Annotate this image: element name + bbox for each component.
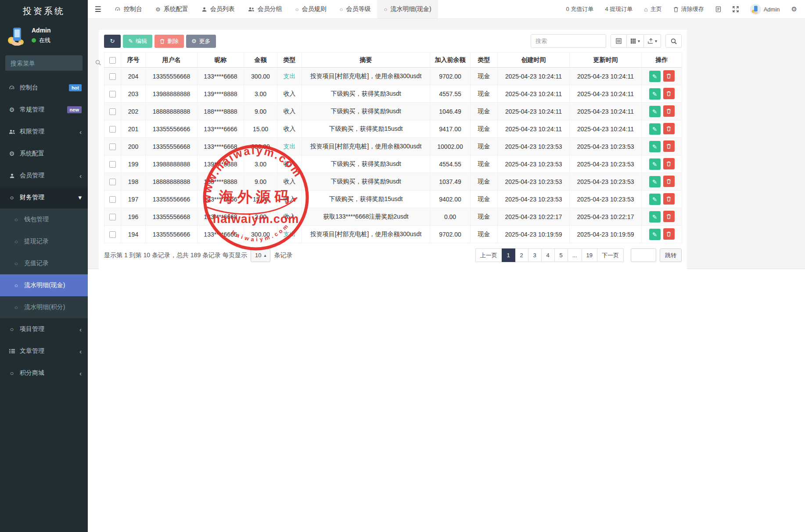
sidebar-item-钱包管理[interactable]: ○钱包管理 <box>0 208 88 230</box>
page-button[interactable]: 2 <box>515 248 528 262</box>
sidebar-item-label: 提现记录 <box>24 237 49 245</box>
row-delete-button[interactable] <box>663 176 675 187</box>
column-header: 序号 <box>121 53 146 68</box>
menu-toggle-icon[interactable]: ☰ <box>88 0 108 18</box>
row-checkbox[interactable] <box>109 196 116 203</box>
page-button[interactable]: 5 <box>554 248 568 262</box>
sidebar-item-积分商城[interactable]: ○积分商城‹ <box>0 362 88 384</box>
row-checkbox[interactable] <box>109 231 116 238</box>
row-edit-button[interactable]: ✎ <box>649 88 661 100</box>
fullscreen-icon[interactable] <box>733 6 739 12</box>
page-next-button[interactable]: 下一页 <box>597 248 624 262</box>
sidebar-item-label: 常规管理 <box>20 106 44 114</box>
table-search-input[interactable] <box>531 34 606 48</box>
sidebar-item-系统配置[interactable]: ⚙系统配置 <box>0 143 88 165</box>
row-delete-button[interactable] <box>663 211 675 222</box>
row-delete-button[interactable] <box>663 70 675 82</box>
log-icon[interactable] <box>715 6 721 12</box>
tab-控制台[interactable]: 控制台 <box>108 0 149 18</box>
search-icon[interactable] <box>95 59 101 67</box>
row-edit-button[interactable]: ✎ <box>649 106 661 117</box>
delete-button[interactable]: 删除 <box>155 35 184 48</box>
row-edit-button[interactable]: ✎ <box>649 158 661 170</box>
row-checkbox[interactable] <box>109 179 116 185</box>
row-checkbox[interactable] <box>109 126 116 133</box>
cell-created: 2025-04-23 10:23:53 <box>498 138 570 155</box>
sidebar-item-财务管理[interactable]: ○财务管理▾ <box>0 187 88 208</box>
refresh-button[interactable]: ↻ <box>104 35 121 48</box>
row-edit-button[interactable]: ✎ <box>649 229 661 240</box>
row-edit-button[interactable]: ✎ <box>649 123 661 135</box>
tab-label: 会员列表 <box>210 5 235 13</box>
row-checkbox[interactable] <box>109 161 116 168</box>
tab-会员规则[interactable]: ○会员规则 <box>289 0 333 18</box>
row-edit-button[interactable]: ✎ <box>649 71 661 82</box>
row-delete-button[interactable] <box>663 88 675 99</box>
sidebar-item-流水明细(积分)[interactable]: ○流水明细(积分) <box>0 296 88 318</box>
sidebar-item-控制台[interactable]: 控制台hot <box>0 77 88 99</box>
page-button[interactable]: 4 <box>541 248 555 262</box>
sidebar-item-常规管理[interactable]: ⚙常规管理new <box>0 99 88 121</box>
row-delete-button[interactable] <box>663 158 675 169</box>
sidebar-item-权限管理[interactable]: 权限管理‹ <box>0 121 88 143</box>
sidebar-item-label: 权限管理 <box>20 128 44 136</box>
circle-icon: ○ <box>11 304 21 311</box>
sidebar-item-文章管理[interactable]: 文章管理‹ <box>0 340 88 362</box>
admin-profile[interactable]: Admin <box>750 4 780 15</box>
toolbar-right: ▾ ▾ <box>531 34 682 48</box>
page-button[interactable]: 19 <box>582 248 597 262</box>
export-button[interactable]: ▾ <box>644 34 661 48</box>
detail-view-button[interactable] <box>611 34 627 48</box>
cell-nickname: 133****6666 <box>198 120 244 138</box>
sidebar-item-会员管理[interactable]: 会员管理‹ <box>0 165 88 187</box>
pagination: 上一页12345...19下一页 <box>476 248 624 262</box>
page-button[interactable]: 3 <box>528 248 542 262</box>
row-delete-button[interactable] <box>663 193 675 205</box>
row-checkbox[interactable] <box>109 214 116 220</box>
withdraw-orders-link[interactable]: 4 提现订单 <box>605 5 632 13</box>
row-checkbox[interactable] <box>109 108 116 115</box>
clear-cache-link[interactable]: 清除缓存 <box>673 5 704 13</box>
row-edit-button[interactable]: ✎ <box>649 194 661 205</box>
edit-button[interactable]: ✎ 编辑 <box>123 35 152 48</box>
advanced-search-button[interactable] <box>665 34 682 48</box>
row-checkbox[interactable] <box>109 144 116 150</box>
recharge-orders-link[interactable]: 0 充值订单 <box>566 5 594 13</box>
table-header-row: 序号用户名昵称金额类型摘要加入前余额类型创建时间更新时间操作 <box>104 53 682 68</box>
online-status-dot <box>32 38 36 43</box>
columns-button[interactable]: ▾ <box>627 34 644 48</box>
row-edit-button[interactable]: ✎ <box>649 211 661 223</box>
row-edit-button[interactable]: ✎ <box>649 141 661 152</box>
row-edit-button[interactable]: ✎ <box>649 176 661 187</box>
tab-会员等级[interactable]: ○会员等级 <box>333 0 377 18</box>
sidebar-search-input[interactable] <box>5 60 95 67</box>
select-all-cell <box>104 53 121 68</box>
row-checkbox[interactable] <box>109 91 116 97</box>
tab-流水明细(现金)[interactable]: ○流水明细(现金) <box>377 0 438 18</box>
home-link[interactable]: ⌂ 主页 <box>644 5 661 13</box>
page-size-select[interactable]: 10 ▴ <box>251 249 271 262</box>
cell-type: 支出 <box>277 138 302 155</box>
page-button[interactable]: 1 <box>502 248 515 262</box>
more-button[interactable]: ⚙ 更多 <box>186 35 216 48</box>
tab-会员分组[interactable]: 会员分组 <box>241 0 289 18</box>
table-row: 20313988888888139****88883.00收入下级购买，获得奖励… <box>104 85 682 103</box>
select-all-checkbox[interactable] <box>109 57 116 64</box>
sidebar-item-项目管理[interactable]: ○项目管理‹ <box>0 318 88 340</box>
row-delete-button[interactable] <box>663 140 675 152</box>
row-delete-button[interactable] <box>663 228 675 240</box>
tab-系统配置[interactable]: ⚙系统配置 <box>149 0 195 18</box>
settings-cogs-icon[interactable]: ⚙ <box>791 5 797 13</box>
row-delete-button[interactable] <box>663 123 675 134</box>
row-delete-button[interactable] <box>663 105 675 117</box>
row-checkbox[interactable] <box>109 73 116 80</box>
page-jump-input[interactable] <box>631 248 656 262</box>
sidebar-item-充值记录[interactable]: ○充值记录 <box>0 252 88 274</box>
page-button[interactable]: ... <box>568 248 582 262</box>
sidebar-item-提现记录[interactable]: ○提现记录 <box>0 230 88 252</box>
tab-会员列表[interactable]: 会员列表 <box>195 0 241 18</box>
sidebar-item-流水明细(现金)[interactable]: ○流水明细(现金) <box>0 274 88 296</box>
page-prev-button[interactable]: 上一页 <box>475 248 502 262</box>
page-jump-button[interactable]: 跳转 <box>660 248 682 262</box>
trash-icon <box>666 126 671 131</box>
